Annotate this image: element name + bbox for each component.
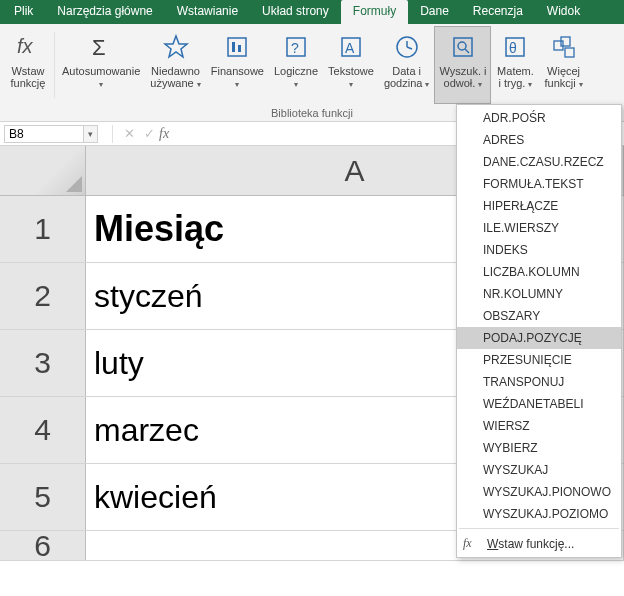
tab-view[interactable]: Widok bbox=[535, 0, 592, 24]
text-button[interactable]: A Tekstowe▾ bbox=[323, 26, 379, 104]
row-header[interactable]: 5 bbox=[0, 464, 86, 530]
chevron-down-icon: ▾ bbox=[197, 80, 201, 89]
row-header[interactable]: 3 bbox=[0, 330, 86, 396]
label: Logiczne bbox=[274, 65, 318, 77]
insert-function-button[interactable]: fx Wstawfunkcję bbox=[4, 26, 52, 104]
dropdown-item[interactable]: LICZBA.KOLUMN bbox=[457, 261, 621, 283]
fx-icon[interactable]: fx bbox=[159, 126, 169, 142]
row-header[interactable]: 2 bbox=[0, 263, 86, 329]
tab-home[interactable]: Narzędzia główne bbox=[45, 0, 164, 24]
separator bbox=[112, 125, 113, 143]
svg-rect-20 bbox=[565, 48, 574, 57]
label: staw funkcję... bbox=[498, 537, 574, 551]
svg-rect-13 bbox=[454, 38, 472, 56]
tab-file[interactable]: Plik bbox=[2, 0, 45, 24]
dropdown-item[interactable]: WYSZUKAJ.PIONOWO bbox=[457, 481, 621, 503]
ribbon-group-function-library: fx Wstawfunkcję Σ Autosumowanie▾ Niedawn… bbox=[0, 24, 624, 104]
dropdown-item[interactable]: NR.KOLUMNY bbox=[457, 283, 621, 305]
separator bbox=[459, 528, 619, 529]
svg-marker-2 bbox=[165, 36, 187, 57]
label: Więcej bbox=[547, 65, 580, 77]
label: Niedawno bbox=[151, 65, 200, 77]
dropdown-item[interactable]: TRANSPONUJ bbox=[457, 371, 621, 393]
text-icon: A bbox=[335, 31, 367, 63]
autosum-button[interactable]: Σ Autosumowanie▾ bbox=[57, 26, 145, 104]
svg-line-15 bbox=[465, 49, 469, 53]
star-icon bbox=[160, 31, 192, 63]
dropdown-item[interactable]: WIERSZ bbox=[457, 415, 621, 437]
dropdown-item[interactable]: OBSZARY bbox=[457, 305, 621, 327]
tab-layout[interactable]: Układ strony bbox=[250, 0, 341, 24]
separator bbox=[54, 32, 55, 98]
dropdown-item-selected[interactable]: PODAJ.POZYCJĘ bbox=[457, 327, 621, 349]
label: Data i bbox=[392, 65, 421, 77]
lookup-icon bbox=[447, 31, 479, 63]
dropdown-item[interactable]: DANE.CZASU.RZECZ bbox=[457, 151, 621, 173]
svg-rect-3 bbox=[228, 38, 246, 56]
logical-button[interactable]: ? Logiczne▾ bbox=[269, 26, 323, 104]
lookup-reference-dropdown: ADR.POŚR ADRES DANE.CZASU.RZECZ FORMUŁA.… bbox=[456, 104, 622, 558]
dropdown-item[interactable]: FORMUŁA.TEKST bbox=[457, 173, 621, 195]
label: Autosumowanie bbox=[62, 65, 140, 77]
cancel-formula-button[interactable]: ✕ bbox=[119, 126, 139, 141]
label: godzina bbox=[384, 77, 423, 89]
date-time-button[interactable]: Data igodzina ▾ bbox=[379, 26, 435, 104]
tab-data[interactable]: Dane bbox=[408, 0, 461, 24]
fx-icon: fx bbox=[463, 536, 477, 551]
dropdown-item[interactable]: PRZESUNIĘCIE bbox=[457, 349, 621, 371]
chevron-down-icon: ▾ bbox=[294, 80, 298, 89]
more-icon bbox=[548, 31, 580, 63]
label: Matem. bbox=[497, 65, 534, 77]
chevron-down-icon: ▾ bbox=[425, 80, 429, 89]
enter-formula-button[interactable]: ✓ bbox=[139, 126, 159, 141]
chevron-down-icon: ▾ bbox=[579, 80, 583, 89]
chevron-down-icon: ▾ bbox=[235, 80, 239, 89]
lookup-reference-button[interactable]: Wyszuk. iodwoł. ▾ bbox=[434, 26, 491, 104]
dropdown-item[interactable]: ILE.WIERSZY bbox=[457, 217, 621, 239]
name-box-dropdown[interactable]: ▾ bbox=[84, 125, 98, 143]
label: W bbox=[487, 537, 498, 551]
recently-used-button[interactable]: Niedawnoużywane ▾ bbox=[145, 26, 205, 104]
label: Finansowe bbox=[211, 65, 264, 77]
chevron-down-icon: ▾ bbox=[99, 80, 103, 89]
dropdown-item[interactable]: WYBIERZ bbox=[457, 437, 621, 459]
financial-button[interactable]: Finansowe▾ bbox=[206, 26, 269, 104]
label: używane bbox=[150, 77, 193, 89]
dropdown-item[interactable]: HIPERŁĄCZE bbox=[457, 195, 621, 217]
more-functions-button[interactable]: Więcejfunkcji ▾ bbox=[539, 26, 587, 104]
chevron-down-icon: ▾ bbox=[528, 80, 532, 89]
tab-formulas[interactable]: Formuły bbox=[341, 0, 408, 24]
row-header[interactable]: 1 bbox=[0, 196, 86, 262]
logical-icon: ? bbox=[280, 31, 312, 63]
dropdown-item[interactable]: ADRES bbox=[457, 129, 621, 151]
svg-text:Σ: Σ bbox=[92, 35, 106, 60]
name-box[interactable] bbox=[4, 125, 84, 143]
theta-icon: θ bbox=[499, 31, 531, 63]
svg-text:A: A bbox=[345, 40, 355, 56]
svg-text:fx: fx bbox=[17, 35, 34, 57]
row-header[interactable]: 4 bbox=[0, 397, 86, 463]
label: funkcję bbox=[11, 77, 46, 89]
tab-review[interactable]: Recenzja bbox=[461, 0, 535, 24]
label: Wyszuk. i bbox=[439, 65, 486, 77]
dropdown-item[interactable]: WEŹDANETABELI bbox=[457, 393, 621, 415]
dropdown-item[interactable]: ADR.POŚR bbox=[457, 107, 621, 129]
label: Wstaw bbox=[11, 65, 44, 77]
dropdown-item[interactable]: WYSZUKAJ.POZIOMO bbox=[457, 503, 621, 525]
svg-point-14 bbox=[458, 42, 466, 50]
math-trig-button[interactable]: θ Matem.i tryg. ▾ bbox=[491, 26, 539, 104]
insert-function-menu-item[interactable]: fx Wstaw funkcję... bbox=[457, 532, 621, 555]
sigma-icon: Σ bbox=[85, 31, 117, 63]
svg-rect-4 bbox=[232, 42, 235, 52]
dropdown-item[interactable]: WYSZUKAJ bbox=[457, 459, 621, 481]
label: i tryg. bbox=[498, 77, 525, 89]
svg-text:θ: θ bbox=[509, 40, 517, 56]
tab-insert[interactable]: Wstawianie bbox=[165, 0, 250, 24]
financial-icon bbox=[221, 31, 253, 63]
select-all-corner[interactable] bbox=[0, 146, 86, 195]
svg-rect-5 bbox=[238, 45, 241, 52]
chevron-down-icon: ▾ bbox=[349, 80, 353, 89]
row-header[interactable]: 6 bbox=[0, 531, 86, 560]
svg-line-12 bbox=[407, 47, 412, 49]
dropdown-item[interactable]: INDEKS bbox=[457, 239, 621, 261]
